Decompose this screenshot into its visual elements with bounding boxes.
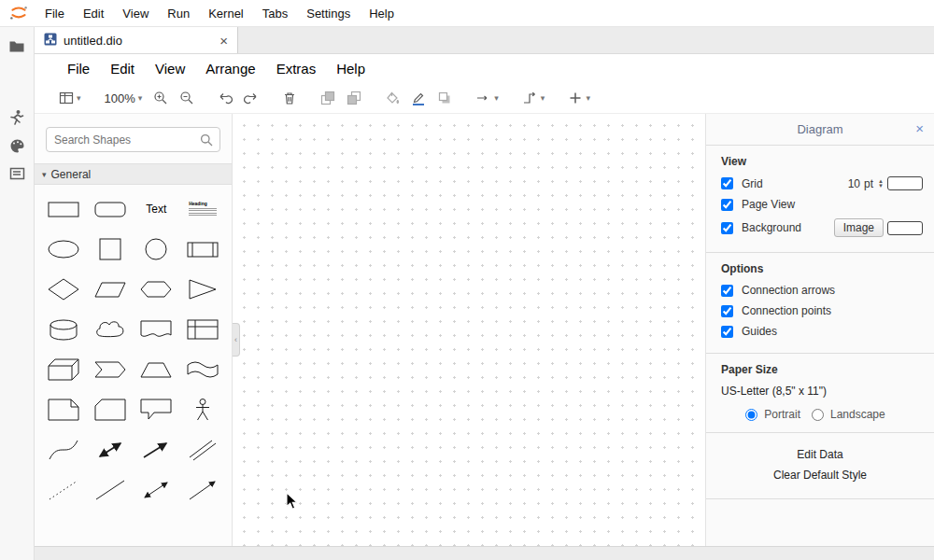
diagram-canvas[interactable]: ‹ [233, 114, 705, 546]
shape-card[interactable] [92, 397, 129, 423]
shape-cylinder[interactable] [45, 316, 82, 343]
shape-directional-connector[interactable] [184, 477, 221, 503]
grid-checkbox[interactable] [721, 177, 733, 189]
grid-row: Grid 10 pt ▲▼ [706, 173, 934, 194]
shape-bidirectional-connector[interactable] [137, 477, 175, 503]
drawio-menu-view[interactable]: View [145, 61, 195, 77]
section-general[interactable]: ▾ General [35, 163, 232, 185]
shape-callout[interactable] [137, 397, 175, 423]
text-shape-label: Text [146, 203, 166, 216]
page-view-row: Page View [706, 194, 934, 215]
shape-cloud[interactable] [92, 316, 129, 343]
to-back-button[interactable] [341, 86, 367, 110]
shape-process[interactable] [184, 236, 221, 262]
paper-size-select[interactable]: US-Letter (8,5" x 11") [706, 381, 934, 401]
page-view-label: Page View [742, 198, 795, 211]
to-front-button[interactable] [315, 86, 341, 110]
bottom-scroll-strip[interactable] [35, 546, 934, 560]
jupyter-menu-edit[interactable]: Edit [74, 7, 113, 21]
landscape-radio[interactable] [812, 409, 824, 421]
format-panel-title[interactable]: Diagram [797, 122, 842, 136]
zoom-level-dropdown[interactable]: 100% ▾ [99, 86, 149, 110]
undo-button[interactable] [212, 86, 238, 110]
jupyter-menu-settings[interactable]: Settings [297, 7, 360, 21]
jupyter-menu-view[interactable]: View [113, 7, 158, 21]
shape-dashed-line[interactable] [45, 477, 82, 503]
jupyter-menu-tabs[interactable]: Tabs [253, 7, 297, 21]
connection-arrows-checkbox[interactable] [721, 285, 733, 297]
shape-parallelogram[interactable] [92, 276, 129, 302]
drawio-menu-help[interactable]: Help [326, 61, 375, 77]
view-dropdown-button[interactable]: ▾ [53, 86, 87, 110]
drawio-menu-extras[interactable]: Extras [266, 61, 327, 77]
running-sessions-icon[interactable] [9, 109, 24, 126]
zoom-in-button[interactable] [148, 86, 174, 110]
edit-data-button[interactable]: Edit Data [706, 444, 934, 465]
background-image-button[interactable]: Image [834, 218, 884, 237]
open-tabs-icon[interactable] [9, 166, 25, 181]
drawio-menu-edit[interactable]: Edit [100, 61, 145, 77]
insert-dropdown[interactable]: ▾ [562, 86, 596, 110]
waypoints-dropdown[interactable]: ▾ [517, 86, 551, 110]
guides-checkbox[interactable] [721, 326, 733, 338]
grid-size-value[interactable]: 10 [848, 177, 860, 190]
shape-diamond[interactable] [45, 276, 82, 302]
tab-untitled-dio[interactable]: untitled.dio × [35, 27, 238, 53]
line-color-button[interactable] [405, 86, 432, 110]
shape-bidirectional-arrow[interactable] [92, 437, 129, 463]
close-icon[interactable]: × [915, 121, 924, 135]
file-browser-icon[interactable] [8, 39, 25, 54]
shape-cube[interactable] [45, 357, 82, 383]
shape-internal-storage[interactable] [184, 316, 221, 343]
shape-arrow[interactable] [137, 437, 175, 463]
search-shapes-input[interactable] [46, 127, 220, 152]
shape-step[interactable] [92, 357, 129, 383]
background-color-swatch[interactable] [887, 221, 923, 235]
jupyter-menu-help[interactable]: Help [360, 7, 403, 21]
grid-size-stepper[interactable]: ▲▼ [878, 179, 884, 189]
search-icon[interactable] [200, 133, 213, 150]
jupyter-menu-kernel[interactable]: Kernel [199, 7, 253, 21]
background-checkbox[interactable] [721, 222, 733, 234]
clear-default-style-button[interactable]: Clear Default Style [706, 465, 934, 485]
drawio-menu-file[interactable]: File [57, 61, 100, 77]
shape-hexagon[interactable] [137, 276, 175, 302]
shape-curve[interactable] [45, 437, 82, 463]
guides-label: Guides [742, 325, 777, 338]
grid-size-unit: pt [864, 177, 873, 190]
shape-rectangle[interactable] [45, 196, 82, 222]
jupyter-menu-file[interactable]: File [35, 7, 74, 21]
chevron-down-icon: ▾ [586, 93, 590, 103]
fill-color-button[interactable] [379, 86, 405, 110]
shape-actor[interactable] [184, 397, 221, 423]
shadow-button[interactable] [432, 86, 458, 110]
panel-collapse-handle[interactable]: ‹ [233, 323, 240, 357]
shape-text[interactable]: Text [137, 196, 175, 222]
shape-heading[interactable]: Heading [184, 196, 221, 222]
tab-close-icon[interactable]: × [219, 34, 228, 48]
shape-trapezoid[interactable] [137, 357, 175, 383]
shape-square[interactable] [92, 236, 129, 262]
shape-ellipse[interactable] [45, 236, 82, 262]
shape-link[interactable] [184, 437, 221, 463]
delete-button[interactable] [276, 86, 303, 110]
jupyter-menu-run[interactable]: Run [158, 7, 199, 21]
shape-tape[interactable] [184, 357, 221, 383]
command-palette-icon[interactable] [9, 138, 25, 154]
redo-button[interactable] [238, 86, 264, 110]
shape-rounded-rectangle[interactable] [92, 196, 129, 222]
portrait-radio[interactable] [745, 409, 757, 421]
shape-document[interactable] [137, 316, 175, 343]
shape-circle[interactable] [137, 236, 175, 262]
zoom-out-button[interactable] [174, 86, 200, 110]
grid-color-swatch[interactable] [887, 176, 923, 190]
shape-triangle[interactable] [184, 276, 221, 302]
page-view-checkbox[interactable] [721, 199, 733, 211]
connection-arrow-dropdown[interactable]: ▾ [470, 86, 504, 110]
shape-line[interactable] [92, 477, 129, 503]
shape-note[interactable] [45, 397, 82, 423]
format-panel: Diagram × View Grid 10 pt [705, 114, 934, 546]
chevron-down-icon: ▾ [42, 170, 47, 179]
connection-points-checkbox[interactable] [721, 305, 733, 317]
drawio-menu-arrange[interactable]: Arrange [195, 61, 265, 77]
